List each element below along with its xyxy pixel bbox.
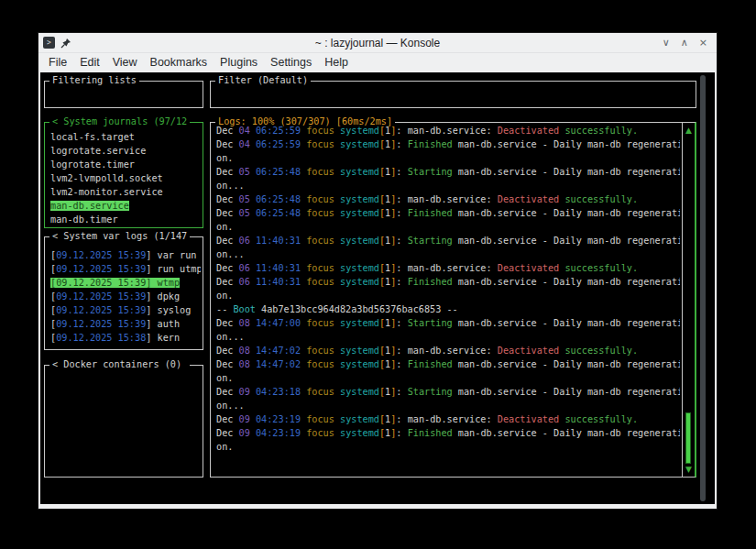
filter-input[interactable]: Filter (Default) — [210, 81, 696, 108]
logs-scrollbar-thumb[interactable] — [685, 412, 691, 464]
scroll-up-icon[interactable]: ▲ — [683, 125, 695, 136]
menu-bar: FileEditViewBookmarksPluginsSettingsHelp — [38, 53, 717, 72]
var-log-item[interactable]: [09.12.2025 15:39] var run — [50, 248, 201, 262]
terminal-frame: Filtering lists < System journals (97/12… — [38, 71, 717, 509]
minimize-button[interactable]: ∨ — [663, 38, 670, 48]
menu-settings[interactable]: Settings — [264, 54, 318, 71]
terminal-screen[interactable]: Filtering lists < System journals (97/12… — [40, 72, 715, 504]
journal-item[interactable]: logrotate.service — [50, 144, 201, 158]
log-line: -- Boot 4ab7e13bcc964d82a3bd56376bac6853… — [216, 302, 680, 316]
konsole-scrollbar[interactable] — [700, 75, 706, 501]
menu-help[interactable]: Help — [318, 54, 355, 71]
screen: > ~ : lazyjournal — Konsole ∨∧× FileEdit… — [0, 0, 756, 549]
menu-file[interactable]: File — [42, 54, 73, 71]
panel-system-var-logs-title: < System var logs (1/147 — [49, 230, 190, 242]
log-line: Dec 04 06:25:59 focus systemd[1]: Finish… — [216, 137, 680, 151]
titlebar[interactable]: > ~ : lazyjournal — Konsole ∨∧× — [38, 33, 717, 53]
journal-item[interactable]: local-fs.target — [50, 130, 201, 144]
journal-item[interactable]: lvm2-monitor.service — [50, 185, 201, 199]
menu-edit[interactable]: Edit — [73, 54, 106, 71]
filter-title: Filter (Default) — [215, 74, 311, 86]
pin-icon[interactable] — [60, 38, 71, 49]
var-log-item[interactable]: [09.12.2025 15:39] syslog — [50, 303, 201, 317]
log-line: on. — [216, 440, 680, 454]
log-line: on. — [216, 371, 680, 385]
log-line: Dec 06 11:40:31 focus systemd[1]: man-db… — [216, 261, 680, 275]
panel-system-var-logs[interactable]: < System var logs (1/147 [09.12.2025 15:… — [44, 236, 203, 350]
log-line: on. — [216, 151, 680, 165]
journal-item[interactable]: logrotate.timer — [50, 158, 201, 171]
konsole-window: > ~ : lazyjournal — Konsole ∨∧× FileEdit… — [38, 33, 717, 509]
var-log-item[interactable]: [09.12.2025 15:39] auth — [50, 317, 201, 331]
window-title: ~ : lazyjournal — Konsole — [38, 37, 717, 49]
panel-logs[interactable]: Logs: 100% (307/307) [60ms/2ms] Dec 04 0… — [210, 122, 696, 478]
menu-bookmarks[interactable]: Bookmarks — [144, 54, 214, 71]
var-log-item[interactable]: [09.12.2025 15:39] dpkg — [50, 290, 201, 303]
journal-item[interactable]: lvm2-lvmpolld.socket — [50, 171, 201, 185]
log-line: Dec 05 06:25:48 focus systemd[1]: Finish… — [216, 206, 680, 220]
log-line: on... — [216, 247, 680, 261]
log-line: Dec 09 04:23:18 focus systemd[1]: Starti… — [216, 385, 680, 399]
log-line: on. — [216, 289, 680, 302]
maximize-button[interactable]: ∧ — [681, 38, 688, 48]
menu-plugins[interactable]: Plugins — [214, 54, 264, 71]
log-line: on... — [216, 330, 680, 344]
panel-filtering-lists-title: Filtering lists — [49, 74, 139, 86]
log-line: Dec 06 11:40:31 focus systemd[1]: Starti… — [216, 234, 680, 247]
log-line: Dec 08 14:47:00 focus systemd[1]: Starti… — [216, 316, 680, 330]
log-line: Dec 08 14:47:02 focus systemd[1]: man-db… — [216, 344, 680, 357]
log-line: on... — [216, 399, 680, 412]
panel-system-journals[interactable]: < System journals (97/12 local-fs.target… — [44, 122, 203, 228]
panel-filtering-lists[interactable]: Filtering lists — [44, 81, 203, 108]
log-line: Dec 05 06:25:48 focus systemd[1]: man-db… — [216, 192, 680, 206]
log-line: Dec 06 11:40:31 focus systemd[1]: Finish… — [216, 275, 680, 289]
log-line: Dec 08 14:47:02 focus systemd[1]: Finish… — [216, 357, 680, 371]
var-log-item[interactable]: [09.12.2025 15:38] kern — [50, 331, 201, 345]
log-line: Dec 04 06:25:59 focus systemd[1]: man-db… — [216, 124, 680, 137]
logs-scrollbar[interactable]: ▲ ▼ — [682, 123, 695, 477]
menu-view[interactable]: View — [106, 54, 144, 71]
log-line: Dec 09 04:23:19 focus systemd[1]: Finish… — [216, 426, 680, 440]
konsole-app-icon: > — [43, 37, 55, 49]
panel-system-journals-title: < System journals (97/12 — [49, 115, 190, 127]
panel-docker-containers[interactable]: < Docker containers (0) — [44, 365, 203, 478]
log-line: Dec 09 04:23:19 focus systemd[1]: man-db… — [216, 412, 680, 426]
var-log-item[interactable]: [09.12.2025 15:39] wtmp — [50, 276, 201, 290]
scroll-down-icon[interactable]: ▼ — [683, 464, 695, 475]
journal-item[interactable]: man-db.service — [50, 199, 201, 213]
journal-item[interactable]: man-db.timer — [50, 213, 201, 226]
log-line: on. — [216, 220, 680, 234]
log-line: Dec 05 06:25:48 focus systemd[1]: Starti… — [216, 165, 680, 179]
panel-docker-containers-title: < Docker containers (0) — [49, 358, 190, 370]
close-button[interactable]: × — [699, 38, 707, 48]
var-log-item[interactable]: [09.12.2025 15:39] run utmp — [50, 262, 201, 276]
log-line: on... — [216, 179, 680, 192]
